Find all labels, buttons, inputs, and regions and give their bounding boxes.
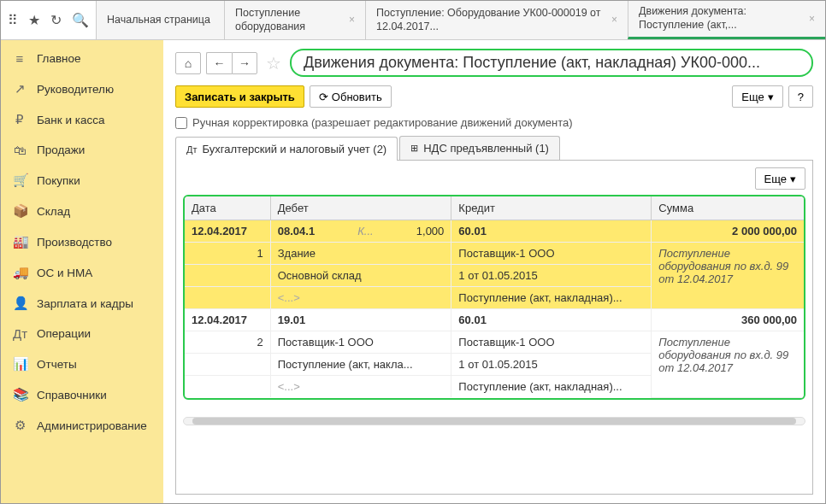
search-icon[interactable]: 🔍 <box>72 12 89 28</box>
tab-label: Поступление оборудования <box>235 7 344 33</box>
more-grid-button[interactable]: Еще <box>755 167 805 190</box>
sidebar-label: ОС и НМА <box>37 267 92 279</box>
sidebar-item[interactable]: 🛒Покупки <box>1 165 163 196</box>
horizontal-scrollbar[interactable] <box>183 417 805 425</box>
sidebar-item[interactable]: 🚚ОС и НМА <box>1 257 163 288</box>
refresh-button[interactable]: ⟳Обновить <box>310 85 392 108</box>
sidebar-icon: ⚙ <box>13 418 27 433</box>
manual-edit-label: Ручная корректировка (разрешает редактир… <box>192 116 573 129</box>
th-debit[interactable]: Дебет <box>270 196 451 220</box>
star-icon[interactable]: ★ <box>28 12 40 28</box>
sidebar-item[interactable]: ДтОперации <box>1 319 163 349</box>
more-top-button[interactable]: Еще <box>732 85 782 108</box>
close-icon[interactable]: × <box>611 14 617 26</box>
home-button[interactable]: ⌂ <box>175 52 201 74</box>
sidebar-icon: 🏭 <box>13 234 27 249</box>
cell-sum: 2 000 000,00 <box>652 220 804 243</box>
sidebar-item[interactable]: 🛍Продажи <box>1 135 163 165</box>
cell-debit: 19.01 <box>270 309 451 331</box>
th-credit[interactable]: Кредит <box>451 196 652 220</box>
sidebar-item[interactable]: 📚Справочники <box>1 379 163 410</box>
back-button[interactable]: ← <box>206 52 232 74</box>
tab[interactable]: Поступление: Оборудование УК00-000019 от… <box>365 1 628 39</box>
sidebar-item[interactable]: ↗Руководителю <box>1 73 163 104</box>
cell-d1: Поставщик-1 ООО <box>270 331 451 354</box>
actionbar: Записать и закрыть ⟳Обновить Еще ? <box>175 85 813 108</box>
sidebar-label: Операции <box>37 327 91 340</box>
cell-credit: 60.01 <box>451 309 652 331</box>
sidebar-icon: 🛒 <box>13 173 27 188</box>
history-icon[interactable]: ↻ <box>50 12 62 28</box>
register-table: Дата Дебет Кредит Сумма 12.04.201708.04.… <box>185 196 804 398</box>
sidebar-item[interactable]: ₽Банк и касса <box>1 104 163 135</box>
cell-empty <box>185 376 270 398</box>
tab-label: Движения документа: Поступление (акт,... <box>639 5 804 32</box>
manual-edit-row: Ручная корректировка (разрешает редактир… <box>175 116 813 129</box>
sidebar-item[interactable]: 🏭Производство <box>1 226 163 257</box>
sidebar-item[interactable]: 👤Зарплата и кадры <box>1 288 163 319</box>
tab[interactable]: Начальная страница <box>96 1 224 39</box>
sidebar-label: Банк и касса <box>37 114 105 126</box>
sidebar-label: Производство <box>37 236 112 249</box>
sidebar-item[interactable]: 📦Склад <box>1 196 163 226</box>
sidebar-item[interactable]: ≡Главное <box>1 44 163 73</box>
titlebar: ⌂ ← → ☆ Движения документа: Поступление … <box>175 49 813 77</box>
cell-d2: Поступление (акт, накла... <box>270 354 451 376</box>
sidebar: ≡Главное↗Руководителю₽Банк и касса🛍Прода… <box>1 40 163 503</box>
tab[interactable]: Поступление оборудования× <box>224 1 365 39</box>
cell-credit: 60.01 <box>451 220 652 243</box>
sidebar-icon: 🚚 <box>13 265 27 280</box>
table-body: 12.04.201708.04.1К...1,00060.012 000 000… <box>185 220 804 398</box>
main: ⌂ ← → ☆ Движения документа: Поступление … <box>163 40 825 503</box>
subtab-icon: ⊞ <box>410 143 418 154</box>
sidebar-icon: ₽ <box>13 112 27 127</box>
close-icon[interactable]: × <box>349 14 355 26</box>
sidebar-label: Отчеты <box>37 358 77 371</box>
cell-c1: Поставщик-1 ООО <box>451 331 652 354</box>
grid-area: Еще Дата Дебет Кредит Сумма 12.04.201708… <box>175 161 813 495</box>
subtab[interactable]: ДтБухгалтерский и налоговый учет (2) <box>175 137 398 161</box>
cell-c2: 1 от 01.05.2015 <box>451 265 652 287</box>
table-row[interactable]: 2Поставщик-1 ОООПоставщик-1 ОООПоступлен… <box>185 331 804 354</box>
th-sum[interactable]: Сумма <box>652 196 804 220</box>
apps-icon[interactable]: ⠿ <box>8 12 18 28</box>
table-row[interactable]: 1ЗданиеПоставщик-1 ОООПоступление оборуд… <box>185 243 804 265</box>
table-row[interactable]: 12.04.201708.04.1К...1,00060.012 000 000… <box>185 220 804 243</box>
sidebar-icon: 🛍 <box>13 143 27 157</box>
cell-empty <box>185 287 270 309</box>
help-button[interactable]: ? <box>788 85 813 108</box>
table-row[interactable]: 12.04.201719.0160.01360 000,00 <box>185 309 804 331</box>
sidebar-icon: ↗ <box>13 81 27 97</box>
tab-label: Поступление: Оборудование УК00-000019 от… <box>376 7 606 33</box>
subtabs: ДтБухгалтерский и налоговый учет (2)⊞НДС… <box>175 136 813 161</box>
sidebar-label: Справочники <box>37 389 107 401</box>
subtab-label: НДС предъявленный (1) <box>423 142 549 155</box>
write-close-button[interactable]: Записать и закрыть <box>175 85 304 108</box>
topbar-icon-group: ⠿ ★ ↻ 🔍 <box>1 1 96 39</box>
sidebar-icon: 📦 <box>13 203 27 219</box>
forward-button[interactable]: → <box>232 52 257 74</box>
sidebar-item[interactable]: ⚙Администрирование <box>1 410 163 441</box>
cell-c3: Поступление (акт, накладная)... <box>451 376 652 398</box>
tab[interactable]: Движения документа: Поступление (акт,...… <box>628 1 825 39</box>
th-date[interactable]: Дата <box>185 196 270 220</box>
topbar: ⠿ ★ ↻ 🔍 Начальная страницаПоступление об… <box>1 1 825 40</box>
cell-note: Поступление оборудования по вх.д. 99 от … <box>652 331 804 398</box>
cell-c1: Поставщик-1 ООО <box>451 243 652 265</box>
cell-date: 12.04.2017 <box>185 220 270 243</box>
sidebar-icon: Дт <box>13 326 27 341</box>
favorite-icon[interactable]: ☆ <box>266 53 281 73</box>
sidebar-label: Покупки <box>37 174 80 187</box>
subtab-label: Бухгалтерский и налоговый учет (2) <box>203 143 387 155</box>
cell-num: 2 <box>185 331 270 354</box>
sidebar-item[interactable]: 📊Отчеты <box>1 349 163 379</box>
subtab[interactable]: ⊞НДС предъявленный (1) <box>399 136 560 160</box>
sidebar-icon: 👤 <box>13 296 27 311</box>
manual-edit-checkbox[interactable] <box>175 117 187 129</box>
sidebar-label: Зарплата и кадры <box>37 297 133 310</box>
close-icon[interactable]: × <box>809 13 815 26</box>
cell-sum: 360 000,00 <box>652 309 804 331</box>
cell-d3: <...> <box>270 376 451 398</box>
cell-c3: Поступление (акт, накладная)... <box>451 287 652 309</box>
refresh-icon: ⟳ <box>319 91 328 103</box>
